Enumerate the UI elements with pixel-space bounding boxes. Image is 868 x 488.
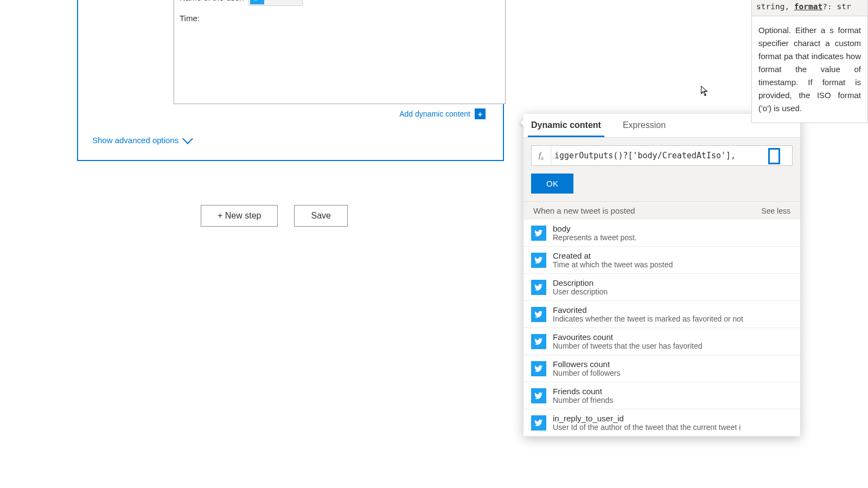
help-signature: string, format?: str bbox=[752, 0, 867, 16]
twitter-icon bbox=[250, 0, 264, 4]
mouse-cursor bbox=[701, 86, 710, 98]
trigger-section-header: When a new tweet is posted See less bbox=[524, 201, 800, 220]
dynamic-content-item[interactable]: Created atTime at which the tweet was po… bbox=[524, 247, 800, 274]
dynamic-content-item[interactable]: FavoritedIndicates whether the tweet is … bbox=[524, 301, 800, 328]
new-step-button[interactable]: + New step bbox=[201, 205, 278, 227]
tab-expression[interactable]: Expression bbox=[620, 116, 669, 137]
show-advanced-options[interactable]: Show advanced options bbox=[92, 136, 494, 145]
expression-input[interactable]: fx iggerOutputs()?['body/CreatedAtIso'], bbox=[531, 145, 793, 166]
fx-icon: fx bbox=[532, 146, 551, 165]
help-text: Optional. Either a s format specifier ch… bbox=[752, 16, 867, 123]
item-desc: Number of tweets that the user has favor… bbox=[553, 342, 702, 350]
item-desc: Represents a tweet post. bbox=[553, 233, 637, 242]
parameter-help-tooltip: string, format?: str Optional. Either a … bbox=[751, 0, 868, 123]
ok-button[interactable]: OK bbox=[531, 174, 573, 194]
item-title: Favorited bbox=[553, 305, 743, 314]
action-card: Name of the user: Name × Time: Add dynam… bbox=[77, 0, 504, 161]
twitter-icon bbox=[531, 334, 546, 349]
token-remove[interactable]: × bbox=[293, 0, 298, 2]
item-desc: Time at which the tweet was posted bbox=[553, 260, 673, 269]
item-title: Favourites count bbox=[553, 332, 702, 342]
item-title: Friends count bbox=[553, 387, 613, 396]
plus-icon: + bbox=[475, 108, 486, 119]
twitter-icon bbox=[531, 307, 546, 322]
add-dynamic-content-link[interactable]: Add dynamic content + bbox=[87, 108, 486, 119]
chevron-down-icon bbox=[182, 133, 193, 144]
item-title: Created at bbox=[553, 251, 673, 260]
twitter-icon bbox=[531, 388, 546, 403]
dynamic-content-item[interactable]: Friends countNumber of friends bbox=[524, 382, 800, 409]
item-desc: Number of followers bbox=[553, 369, 621, 377]
item-desc: User description bbox=[553, 287, 608, 296]
twitter-icon bbox=[531, 361, 546, 376]
dynamic-content-item[interactable]: Followers countNumber of followers bbox=[524, 355, 800, 382]
message-body-field[interactable]: Name of the user: Name × Time: bbox=[174, 0, 506, 104]
twitter-icon bbox=[531, 280, 546, 295]
expression-text: iggerOutputs()?['body/CreatedAtIso'], bbox=[551, 151, 792, 160]
time-label: Time: bbox=[180, 14, 200, 23]
dynamic-content-item[interactable]: in_reply_to_user_idUser Id of the author… bbox=[524, 409, 800, 436]
dynamic-content-list[interactable]: bodyRepresents a tweet post.Created atTi… bbox=[524, 220, 800, 436]
token-label: Name bbox=[269, 0, 289, 2]
item-title: Description bbox=[553, 278, 608, 287]
twitter-icon bbox=[531, 253, 546, 268]
item-desc: Indicates whether the tweet is marked as… bbox=[553, 314, 743, 323]
dynamic-content-item[interactable]: bodyRepresents a tweet post. bbox=[524, 220, 800, 247]
dynamic-content-item[interactable]: Favourites countNumber of tweets that th… bbox=[524, 328, 800, 355]
dynamic-content-popup: Dynamic content Expression fx iggerOutpu… bbox=[524, 114, 800, 436]
twitter-icon bbox=[531, 415, 546, 431]
item-desc: Number of friends bbox=[553, 396, 613, 404]
item-desc: User Id of the author of the tweet that … bbox=[553, 423, 741, 432]
item-title: in_reply_to_user_id bbox=[553, 414, 741, 423]
item-title: body bbox=[553, 224, 637, 233]
tab-dynamic-content[interactable]: Dynamic content bbox=[528, 116, 604, 137]
save-button[interactable]: Save bbox=[294, 205, 347, 227]
user-label: Name of the user: bbox=[180, 0, 244, 2]
item-title: Followers count bbox=[553, 359, 621, 369]
dynamic-token-name[interactable]: Name × bbox=[248, 0, 303, 6]
dynamic-content-item[interactable]: DescriptionUser description bbox=[524, 274, 800, 301]
twitter-icon bbox=[531, 226, 546, 241]
see-less-link[interactable]: See less bbox=[761, 207, 790, 215]
